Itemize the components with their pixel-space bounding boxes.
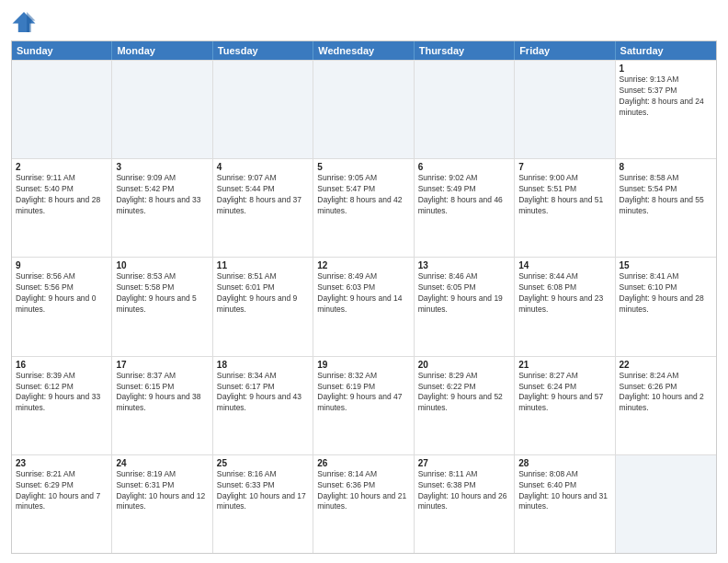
day-info: Sunrise: 9:13 AM Sunset: 5:37 PM Dayligh… [620, 75, 712, 119]
day-info: Sunrise: 8:56 AM Sunset: 5:56 PM Dayligh… [16, 271, 108, 316]
day-number: 5 [317, 162, 409, 172]
day-cell-15: 15Sunrise: 8:41 AM Sunset: 6:10 PM Dayli… [616, 258, 716, 355]
day-cell-10: 10Sunrise: 8:53 AM Sunset: 5:58 PM Dayli… [112, 258, 212, 355]
day-cell-27: 27Sunrise: 8:11 AM Sunset: 6:38 PM Dayli… [415, 455, 515, 553]
day-number: 9 [16, 260, 108, 270]
day-number: 28 [518, 458, 610, 468]
day-info: Sunrise: 8:24 AM Sunset: 6:26 PM Dayligh… [620, 371, 712, 415]
day-number: 19 [317, 360, 409, 370]
day-cell-9: 9Sunrise: 8:56 AM Sunset: 5:56 PM Daylig… [12, 258, 112, 355]
day-info: Sunrise: 9:07 AM Sunset: 5:44 PM Dayligh… [217, 173, 309, 217]
day-info: Sunrise: 8:37 AM Sunset: 6:15 PM Dayligh… [116, 371, 208, 415]
day-cell-16: 16Sunrise: 8:39 AM Sunset: 6:12 PM Dayli… [12, 357, 112, 454]
day-header-monday: Monday [112, 41, 212, 60]
day-number: 22 [620, 360, 712, 370]
day-cell-7: 7Sunrise: 9:00 AM Sunset: 5:51 PM Daylig… [515, 159, 615, 257]
day-info: Sunrise: 8:29 AM Sunset: 6:22 PM Dayligh… [418, 371, 510, 415]
day-header-wednesday: Wednesday [313, 41, 414, 60]
day-header-thursday: Thursday [415, 41, 515, 60]
empty-cell [12, 61, 112, 158]
day-cell-4: 4Sunrise: 9:07 AM Sunset: 5:44 PM Daylig… [213, 159, 313, 257]
svg-marker-0 [13, 12, 36, 32]
day-info: Sunrise: 8:53 AM Sunset: 5:58 PM Dayligh… [116, 271, 208, 316]
empty-cell [213, 61, 313, 158]
day-number: 15 [620, 260, 712, 270]
day-cell-2: 2Sunrise: 9:11 AM Sunset: 5:40 PM Daylig… [12, 159, 112, 257]
day-number: 7 [518, 162, 610, 172]
day-number: 1 [620, 63, 712, 74]
day-info: Sunrise: 8:41 AM Sunset: 6:10 PM Dayligh… [620, 271, 712, 316]
day-info: Sunrise: 8:14 AM Sunset: 6:36 PM Dayligh… [317, 469, 409, 513]
empty-cell [112, 61, 212, 158]
day-info: Sunrise: 8:44 AM Sunset: 6:08 PM Dayligh… [518, 271, 610, 316]
day-number: 20 [418, 360, 510, 370]
day-number: 3 [116, 162, 208, 172]
page: SundayMondayTuesdayWednesdayThursdayFrid… [0, 0, 728, 563]
day-cell-28: 28Sunrise: 8:08 AM Sunset: 6:40 PM Dayli… [515, 455, 615, 553]
calendar-header: SundayMondayTuesdayWednesdayThursdayFrid… [12, 41, 716, 60]
day-info: Sunrise: 8:51 AM Sunset: 6:01 PM Dayligh… [217, 271, 309, 316]
day-cell-18: 18Sunrise: 8:34 AM Sunset: 6:17 PM Dayli… [213, 357, 313, 454]
day-header-saturday: Saturday [616, 41, 716, 60]
day-cell-12: 12Sunrise: 8:49 AM Sunset: 6:03 PM Dayli… [313, 258, 414, 355]
day-cell-20: 20Sunrise: 8:29 AM Sunset: 6:22 PM Dayli… [415, 357, 515, 454]
day-number: 2 [16, 162, 108, 172]
day-cell-17: 17Sunrise: 8:37 AM Sunset: 6:15 PM Dayli… [112, 357, 212, 454]
day-info: Sunrise: 8:34 AM Sunset: 6:17 PM Dayligh… [217, 371, 309, 415]
day-number: 12 [317, 260, 409, 270]
day-number: 17 [116, 360, 208, 370]
day-header-friday: Friday [515, 41, 615, 60]
day-info: Sunrise: 8:46 AM Sunset: 6:05 PM Dayligh… [418, 271, 510, 316]
day-number: 21 [518, 360, 610, 370]
day-cell-1: 1Sunrise: 9:13 AM Sunset: 5:37 PM Daylig… [616, 61, 716, 158]
empty-cell [616, 455, 716, 553]
day-cell-5: 5Sunrise: 9:05 AM Sunset: 5:47 PM Daylig… [313, 159, 414, 257]
day-info: Sunrise: 8:21 AM Sunset: 6:29 PM Dayligh… [16, 469, 108, 513]
day-info: Sunrise: 8:49 AM Sunset: 6:03 PM Dayligh… [317, 271, 409, 316]
day-cell-19: 19Sunrise: 8:32 AM Sunset: 6:19 PM Dayli… [313, 357, 414, 454]
day-info: Sunrise: 8:08 AM Sunset: 6:40 PM Dayligh… [518, 469, 610, 513]
empty-cell [415, 61, 515, 158]
day-number: 6 [418, 162, 510, 172]
day-cell-21: 21Sunrise: 8:27 AM Sunset: 6:24 PM Dayli… [515, 357, 615, 454]
day-info: Sunrise: 9:00 AM Sunset: 5:51 PM Dayligh… [518, 173, 610, 217]
day-cell-13: 13Sunrise: 8:46 AM Sunset: 6:05 PM Dayli… [415, 258, 515, 355]
day-number: 16 [16, 360, 108, 370]
day-cell-22: 22Sunrise: 8:24 AM Sunset: 6:26 PM Dayli… [616, 357, 716, 454]
day-info: Sunrise: 9:05 AM Sunset: 5:47 PM Dayligh… [317, 173, 409, 217]
day-info: Sunrise: 8:39 AM Sunset: 6:12 PM Dayligh… [16, 371, 108, 415]
day-number: 26 [317, 458, 409, 468]
day-number: 13 [418, 260, 510, 270]
day-cell-14: 14Sunrise: 8:44 AM Sunset: 6:08 PM Dayli… [515, 258, 615, 355]
day-cell-3: 3Sunrise: 9:09 AM Sunset: 5:42 PM Daylig… [112, 159, 212, 257]
day-cell-26: 26Sunrise: 8:14 AM Sunset: 6:36 PM Dayli… [313, 455, 414, 553]
week-row-3: 9Sunrise: 8:56 AM Sunset: 5:56 PM Daylig… [12, 257, 716, 355]
day-info: Sunrise: 9:02 AM Sunset: 5:49 PM Dayligh… [418, 173, 510, 217]
week-row-2: 2Sunrise: 9:11 AM Sunset: 5:40 PM Daylig… [12, 158, 716, 257]
day-cell-8: 8Sunrise: 8:58 AM Sunset: 5:54 PM Daylig… [616, 159, 716, 257]
day-info: Sunrise: 9:09 AM Sunset: 5:42 PM Dayligh… [116, 173, 208, 217]
day-info: Sunrise: 8:16 AM Sunset: 6:33 PM Dayligh… [217, 469, 309, 513]
day-cell-24: 24Sunrise: 8:19 AM Sunset: 6:31 PM Dayli… [112, 455, 212, 553]
header [11, 9, 717, 35]
empty-cell [313, 61, 414, 158]
day-cell-25: 25Sunrise: 8:16 AM Sunset: 6:33 PM Dayli… [213, 455, 313, 553]
day-number: 25 [217, 458, 309, 468]
day-header-sunday: Sunday [12, 41, 112, 60]
calendar-body: 1Sunrise: 9:13 AM Sunset: 5:37 PM Daylig… [12, 60, 716, 553]
empty-cell [515, 61, 615, 158]
day-number: 11 [217, 260, 309, 270]
day-number: 14 [518, 260, 610, 270]
week-row-5: 23Sunrise: 8:21 AM Sunset: 6:29 PM Dayli… [12, 454, 716, 553]
day-number: 8 [620, 162, 712, 172]
day-cell-23: 23Sunrise: 8:21 AM Sunset: 6:29 PM Dayli… [12, 455, 112, 553]
day-info: Sunrise: 8:58 AM Sunset: 5:54 PM Dayligh… [620, 173, 712, 217]
day-info: Sunrise: 9:11 AM Sunset: 5:40 PM Dayligh… [16, 173, 108, 217]
day-number: 4 [217, 162, 309, 172]
day-number: 18 [217, 360, 309, 370]
logo-icon [11, 9, 37, 35]
day-info: Sunrise: 8:27 AM Sunset: 6:24 PM Dayligh… [518, 371, 610, 415]
day-number: 24 [116, 458, 208, 468]
calendar: SundayMondayTuesdayWednesdayThursdayFrid… [11, 40, 717, 554]
day-number: 27 [418, 458, 510, 468]
